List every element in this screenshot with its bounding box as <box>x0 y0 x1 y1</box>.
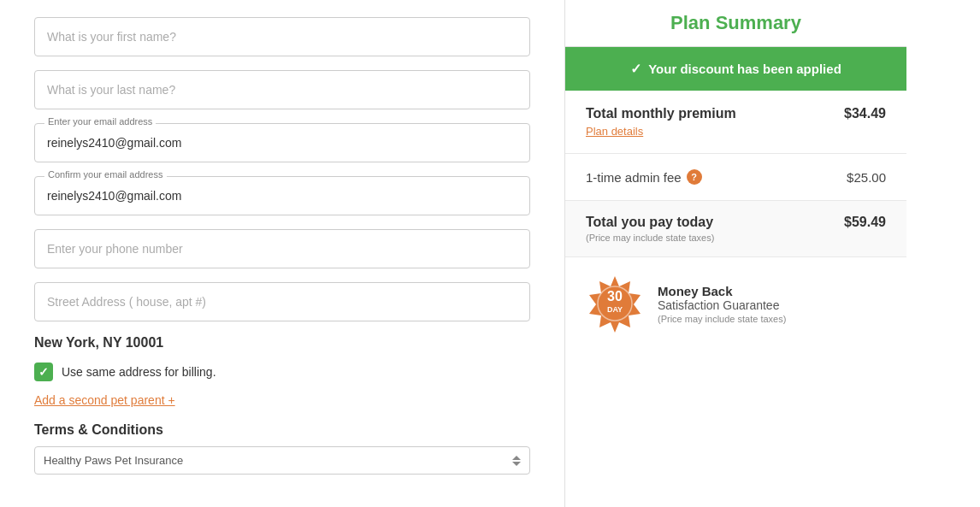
plan-details-link[interactable]: Plan details <box>586 125 643 138</box>
svg-text:DAY: DAY <box>607 305 623 314</box>
confirm-email-group: Confirm your email address <box>34 176 530 215</box>
guarantee-title: Money Back <box>658 284 786 298</box>
plan-summary-title: Plan Summary <box>565 0 906 47</box>
total-today-amount: $59.49 <box>844 215 886 230</box>
email-label: Enter your email address <box>44 116 156 127</box>
guarantee-section: 30 DAY Money Back Satisfaction Guarantee… <box>565 257 906 350</box>
add-pet-parent-link[interactable]: Add a second pet parent + <box>34 393 175 407</box>
phone-input[interactable] <box>34 229 530 268</box>
terms-select[interactable]: Healthy Paws Pet Insurance <box>34 446 530 475</box>
address-input[interactable] <box>34 282 530 321</box>
total-today-label: Total you pay today <box>586 215 714 230</box>
first-name-group <box>34 17 530 56</box>
first-name-input[interactable] <box>34 17 530 56</box>
monthly-amount: $34.49 <box>844 106 886 121</box>
terms-select-text: Healthy Paws Pet Insurance <box>44 454 512 467</box>
admin-fee-label: 1-time admin fee ? <box>586 169 702 185</box>
admin-fee-help-icon[interactable]: ? <box>687 169 702 185</box>
scroll-up-arrow[interactable] <box>512 456 521 460</box>
discount-text: Your discount has been applied <box>648 62 841 76</box>
total-today-note: (Price may include state taxes) <box>586 233 714 243</box>
svg-marker-0 <box>589 276 641 333</box>
phone-group <box>34 229 530 268</box>
plan-summary-panel: Plan Summary ✓ Your discount has been ap… <box>564 0 906 507</box>
discount-banner: ✓ Your discount has been applied <box>565 47 906 91</box>
admin-fee-section: 1-time admin fee ? $25.00 <box>565 154 906 201</box>
last-name-input[interactable] <box>34 70 530 109</box>
billing-checkbox-label: Use same address for billing. <box>62 365 216 379</box>
monthly-premium-section: Total monthly premium $34.49 Plan detail… <box>565 91 906 154</box>
last-name-group <box>34 70 530 109</box>
confirm-email-input[interactable] <box>34 176 530 215</box>
check-icon: ✓ <box>630 61 641 77</box>
confirm-email-label: Confirm your email address <box>44 169 167 180</box>
email-group: Enter your email address <box>34 123 530 162</box>
terms-title: Terms & Conditions <box>34 422 530 438</box>
terms-scroll-buttons[interactable] <box>512 456 521 466</box>
monthly-label: Total monthly premium <box>586 106 736 121</box>
billing-checkbox-row: Use same address for billing. <box>34 363 530 381</box>
address-city-state: New York, NY 10001 <box>34 335 530 351</box>
total-today-section: Total you pay today (Price may include s… <box>565 201 906 257</box>
guarantee-note: (Price may include state taxes) <box>658 314 786 324</box>
scroll-down-arrow[interactable] <box>512 462 521 466</box>
svg-text:30: 30 <box>607 289 623 304</box>
address-group <box>34 282 530 321</box>
guarantee-badge: 30 DAY <box>586 274 644 333</box>
admin-fee-amount: $25.00 <box>847 170 886 185</box>
email-input[interactable] <box>34 123 530 162</box>
guarantee-text: Money Back Satisfaction Guarantee (Price… <box>658 284 786 324</box>
billing-checkbox[interactable] <box>34 363 53 381</box>
guarantee-subtitle: Satisfaction Guarantee <box>658 298 786 312</box>
